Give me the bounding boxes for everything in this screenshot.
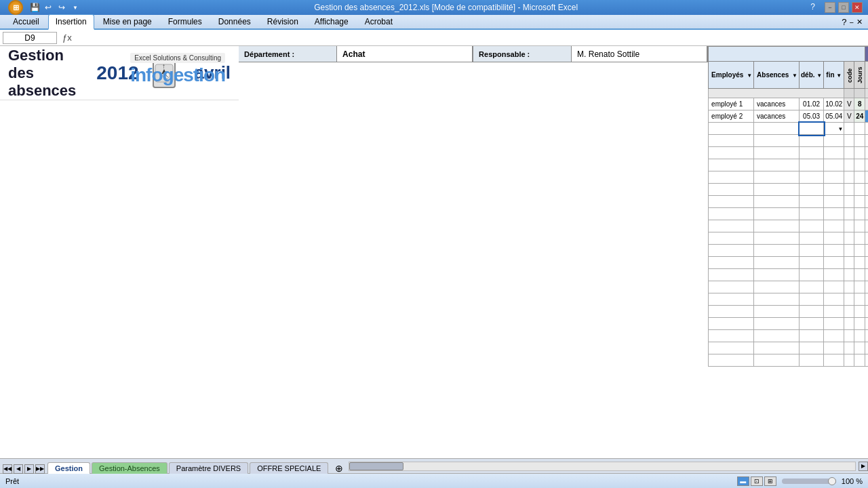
dept-label: Département :: [239, 46, 337, 62]
day-name-row: m m j v s d l m m j v s d l m m: [709, 89, 868, 98]
new-sheet-icon[interactable]: ⊕: [332, 463, 346, 474]
help-button[interactable]: ?: [810, 2, 815, 13]
next-sheet-btn[interactable]: ▶▶: [35, 464, 45, 474]
fin-header: fin ▼: [824, 62, 844, 89]
emp2-jours[interactable]: 24: [854, 110, 865, 123]
restore-button[interactable]: □: [838, 2, 849, 13]
page-layout-view-btn[interactable]: ⊡: [751, 476, 763, 486]
resp-row: Responsable : M. Renato Sottile: [473, 46, 708, 62]
ribbon-minimize-icon[interactable]: −: [850, 18, 854, 26]
emp1-jours[interactable]: 8: [854, 98, 865, 110]
emp1-absence[interactable]: vacances: [754, 98, 800, 110]
empty-row-7: [709, 171, 868, 184]
tab-formules[interactable]: Formules: [161, 14, 210, 28]
input-row: ▼: [709, 123, 868, 135]
sheet-header: Gestion des absences 2012 ▲ ↖ avril Exce…: [0, 46, 239, 100]
emp2-name[interactable]: employé 2: [709, 110, 754, 123]
absences-header: Absences ▼: [754, 62, 800, 89]
dept-value[interactable]: Achat: [337, 46, 473, 62]
sheet-tab-parametre[interactable]: Paramètre DIVERS: [169, 462, 248, 474]
emp1-deb[interactable]: 01.02: [800, 98, 824, 110]
deb-dropdown-icon[interactable]: ▼: [816, 73, 822, 79]
tab-revision[interactable]: Révision: [260, 14, 306, 28]
window-controls: ? − □ ✕: [810, 2, 863, 13]
normal-view-btn[interactable]: ▬: [737, 476, 749, 486]
empty-row-17: [709, 293, 868, 306]
logo-gestion: gestion: [163, 64, 226, 85]
status-bar: Prêt ▬ ⊡ ⊞ 100 %: [0, 473, 868, 488]
main-area: Gestion des absences 2012 ▲ ↖ avril Exce…: [0, 46, 868, 464]
empty-row-6: [709, 159, 868, 171]
formula-bar: D9 ƒx: [0, 30, 868, 46]
status-text: Prêt: [5, 477, 371, 485]
sheet-tab-gestion-absences[interactable]: Gestion-Absences: [92, 462, 167, 474]
undo-qa-btn[interactable]: ↩: [42, 1, 54, 14]
redo-qa-btn[interactable]: ↪: [56, 1, 68, 14]
empty-row-4: [709, 135, 868, 147]
mars-27: 27: [865, 62, 868, 89]
month-header-row: mars avril: [709, 47, 868, 62]
h-scroll-right-btn[interactable]: ▶: [859, 462, 868, 471]
logo-main: infogestion: [130, 64, 225, 86]
tab-mise-en-page[interactable]: Mise en page: [96, 14, 159, 28]
save-qa-btn[interactable]: 💾: [28, 1, 41, 14]
empty-row-8: [709, 184, 868, 196]
emp2-deb[interactable]: 05.03: [800, 110, 824, 123]
empty-row-9: [709, 196, 868, 208]
resp-label: Responsable :: [473, 46, 572, 62]
tab-donnees[interactable]: Données: [211, 14, 258, 28]
jours-header: Jours: [854, 62, 865, 89]
ribbon-restore-icon[interactable]: ✕: [856, 18, 863, 26]
emp1-name[interactable]: employé 1: [709, 98, 754, 110]
scroll-left-sheet-btn[interactable]: ◀: [14, 464, 23, 474]
bottom-area: ◀◀ ◀ ▶ ▶▶ Gestion Gestion-Absences Param…: [0, 458, 868, 488]
view-buttons: ▬ ⊡ ⊞: [737, 476, 776, 486]
tab-insertion[interactable]: Insertion: [48, 14, 94, 30]
tab-accueil[interactable]: Accueil: [5, 14, 47, 28]
close-button[interactable]: ✕: [852, 2, 863, 13]
emp2-fin[interactable]: 05.04: [824, 110, 844, 123]
fin-dropdown-btn[interactable]: ▼: [837, 125, 843, 131]
selected-deb-cell[interactable]: [800, 123, 824, 135]
emp2-code[interactable]: V: [844, 110, 854, 123]
minimize-button[interactable]: −: [825, 2, 835, 13]
ribbon-tabs: Accueil Insertion Mise en page Formules …: [0, 15, 868, 30]
absences-dropdown-icon[interactable]: ▼: [792, 73, 797, 79]
cell-reference-box[interactable]: D9: [3, 32, 57, 44]
page-break-view-btn[interactable]: ⊞: [764, 476, 776, 486]
ribbon-help-icon[interactable]: ?: [842, 17, 846, 27]
emp1-fin[interactable]: 10.02: [824, 98, 844, 110]
sheet-tab-gestion[interactable]: Gestion: [47, 462, 90, 474]
formula-input[interactable]: [77, 33, 865, 43]
h-scroll-track[interactable]: [349, 462, 856, 471]
code-header: code: [844, 62, 854, 89]
sheet-tab-offre[interactable]: OFFRE SPECIALE: [250, 462, 328, 474]
title-bar: ⊞ 💾 ↩ ↪ ▼ Gestion des absences_2012.xls …: [0, 0, 868, 15]
empty-row-20: [709, 330, 868, 342]
empty-row-16: [709, 281, 868, 293]
zoom-level[interactable]: 100 %: [842, 477, 863, 485]
tab-affichage[interactable]: Affichage: [307, 14, 356, 28]
tab-acrobat[interactable]: Acrobat: [357, 14, 400, 28]
scroll-right-sheet-btn[interactable]: ▶: [24, 464, 34, 474]
window-title: Gestion des absences_2012.xls [Mode de c…: [81, 3, 810, 12]
office-button[interactable]: ⊞: [8, 0, 23, 15]
dept-row: Département : Achat: [239, 46, 473, 62]
more-qa-btn[interactable]: ▼: [69, 1, 81, 14]
prev-sheet-btn[interactable]: ◀◀: [3, 464, 12, 474]
h-scroll-thumb[interactable]: [349, 462, 403, 470]
empty-row-18: [709, 306, 868, 318]
empty-row-21: [709, 342, 868, 354]
emp2-absence[interactable]: vacances: [754, 110, 800, 123]
employes-dropdown-icon[interactable]: ▼: [747, 73, 752, 79]
zoom-slider[interactable]: [782, 479, 836, 484]
absence-table: mars avril Employés ▼ Absences ▼ déb.: [708, 46, 868, 367]
deb-header: déb. ▼: [800, 62, 824, 89]
logo-area: Excel Solutions & Consulting infogestion: [130, 53, 225, 86]
status-right: ▬ ⊡ ⊞ 100 %: [737, 476, 863, 486]
empty-row-14: [709, 257, 868, 269]
emp1-code[interactable]: V: [844, 98, 854, 110]
empty-row-22: [709, 354, 868, 367]
fin-dropdown-icon[interactable]: ▼: [836, 73, 842, 79]
empty-row-13: [709, 245, 868, 257]
